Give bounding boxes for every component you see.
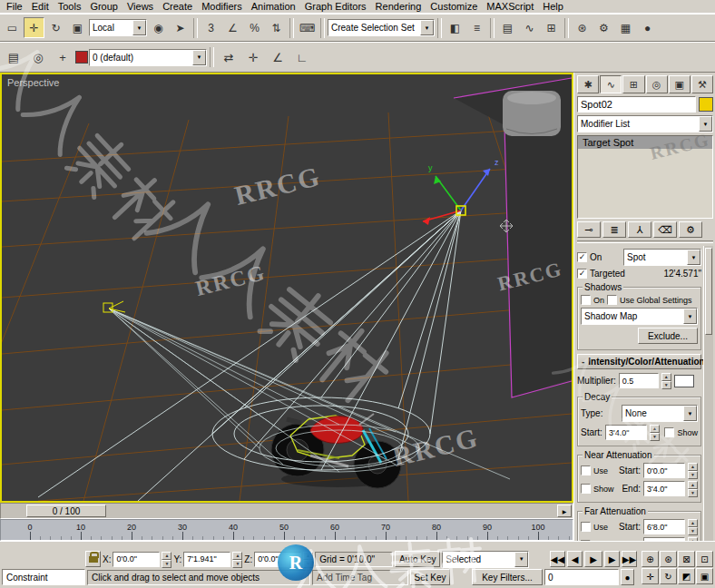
chevron-down-icon[interactable]: ▼	[687, 250, 700, 265]
time-slider[interactable]: 0 / 100 ▶	[0, 503, 573, 519]
multiplier-spinner[interactable]: ▲▼	[661, 373, 671, 388]
angle-constraint-button[interactable]: ∠	[266, 45, 289, 69]
make-unique-button[interactable]: ⅄	[628, 221, 651, 238]
intensity-rollout-header[interactable]: - Intensity/Color/Attenuation	[577, 354, 701, 369]
rendered-frame-window-button[interactable]: ▦	[615, 17, 636, 38]
menu-customize[interactable]: Customize	[426, 0, 482, 13]
menu-tools[interactable]: Tools	[54, 0, 86, 13]
rectangular-selection-region-button[interactable]: ▭	[2, 17, 23, 38]
previous-frame-button[interactable]: ◀	[567, 551, 583, 567]
z-coordinate-field[interactable]: 0'0.0"	[254, 552, 301, 567]
play-button[interactable]: ▶	[584, 551, 602, 567]
modifier-list-dropdown[interactable]: Modifier List ▼	[577, 115, 713, 132]
menu-maxscript[interactable]: MAXScript	[482, 0, 538, 13]
quick-render-button[interactable]: ●	[637, 17, 658, 38]
maxscript-mini-listener[interactable]: Constraint	[2, 569, 85, 585]
chevron-down-icon[interactable]: ▼	[420, 20, 434, 35]
shadow-map-dropdown[interactable]: Shadow Map ▼	[581, 308, 698, 325]
key-filters-button[interactable]: Key Filters...	[472, 569, 543, 585]
decay-show-checkbox[interactable]	[664, 427, 674, 437]
next-frame-button[interactable]: ▶	[604, 551, 620, 567]
layer-color-swatch[interactable]	[75, 51, 88, 64]
use-pivot-center-button[interactable]: ◉	[148, 17, 169, 38]
restrict-plane-button[interactable]: ✛	[241, 45, 265, 69]
select-and-rotate-button[interactable]: ↻	[45, 17, 66, 38]
go-to-end-button[interactable]: ▶▶	[622, 551, 637, 567]
z-spinner[interactable]: ▲▼	[303, 552, 313, 567]
layer-explorer-button[interactable]: ▤	[2, 45, 25, 69]
named-selection-set-field[interactable]: Create Selection Set ▼	[328, 19, 435, 36]
time-slider-thumb[interactable]: 0 / 100	[26, 505, 106, 517]
y-coordinate-field[interactable]: 7'1.941"	[183, 552, 230, 567]
zoom-button[interactable]: ⊕	[642, 551, 659, 567]
selection-filter-dropdown[interactable]: Selected ▼	[442, 551, 529, 568]
chevron-down-icon[interactable]: ▼	[192, 50, 206, 65]
light-type-dropdown[interactable]: Spot ▼	[623, 249, 701, 266]
targeted-checkbox[interactable]: ✓	[577, 269, 587, 279]
zoom-extents-button[interactable]: ⊠	[678, 551, 695, 567]
menu-views[interactable]: Views	[122, 0, 158, 13]
y-spinner[interactable]: ▲▼	[232, 552, 242, 567]
decay-start-spinner[interactable]: ▲▼	[650, 425, 660, 440]
time-slider-next-button[interactable]: ▶	[557, 505, 572, 517]
set-key-button[interactable]: Set Key	[410, 569, 450, 585]
tab-utilities[interactable]: ⚒	[691, 75, 713, 93]
near-end-spinner[interactable]: ▲▼	[688, 481, 698, 496]
tab-modify[interactable]: ∿	[600, 75, 622, 93]
ortho-constraint-button[interactable]: ∟	[290, 45, 314, 69]
render-setup-button[interactable]: ⚙	[593, 17, 614, 38]
panel-scrollbar[interactable]	[703, 246, 713, 541]
menu-create[interactable]: Create	[158, 0, 197, 13]
field-of-view-button[interactable]: ◩	[678, 568, 695, 584]
viewport-label[interactable]: Perspective	[7, 77, 59, 88]
spinner-snap-button[interactable]: ⇅	[266, 17, 287, 38]
tab-create[interactable]: ✱	[577, 75, 599, 93]
percent-snap-button[interactable]: %	[244, 17, 265, 38]
near-show-checkbox[interactable]	[581, 484, 591, 494]
shadows-on-checkbox[interactable]	[581, 295, 591, 305]
x-coordinate-field[interactable]: 0'0.0"	[113, 552, 160, 567]
schematic-view-button[interactable]: ⊞	[541, 17, 562, 38]
modifier-stack[interactable]: Target Spot	[577, 135, 713, 219]
menu-modifiers[interactable]: Modifiers	[197, 0, 247, 13]
chevron-down-icon[interactable]: ▼	[699, 116, 712, 132]
timeline-ruler[interactable]: 0 10 20 30 40 50 60 70 80 90 100	[0, 519, 573, 541]
near-start-field[interactable]: 0'0.0"	[643, 463, 685, 478]
decay-type-dropdown[interactable]: None ▼	[622, 405, 698, 422]
active-layer-dropdown[interactable]: 0 (default) ▼	[89, 49, 207, 66]
key-mode-toggle[interactable]: ●	[621, 569, 634, 585]
object-color-swatch[interactable]	[699, 97, 713, 112]
restrict-x-button[interactable]: ⇄	[217, 45, 240, 69]
modifier-stack-item[interactable]: Target Spot	[578, 136, 712, 149]
selection-lock-toggle[interactable]	[85, 551, 101, 567]
menu-help[interactable]: Help	[538, 0, 568, 13]
layer-visibility-button[interactable]: ◎	[26, 45, 50, 69]
chevron-down-icon[interactable]: ▼	[683, 309, 697, 324]
angle-snap-button[interactable]: ∠	[222, 17, 243, 38]
decay-start-field[interactable]: 3'4.0"	[605, 425, 647, 440]
reference-coordinate-dropdown[interactable]: Local ▼	[89, 19, 147, 36]
maximize-viewport-button[interactable]: ▣	[696, 568, 713, 584]
perspective-viewport[interactable]: Perspective	[0, 73, 573, 503]
zoom-region-button[interactable]: ⊡	[696, 551, 713, 567]
far-use-checkbox[interactable]	[581, 522, 591, 532]
pan-button[interactable]: ✛	[642, 568, 659, 584]
select-and-move-button[interactable]: ✛	[24, 17, 44, 38]
light-color-swatch[interactable]	[674, 375, 694, 387]
zoom-all-button[interactable]: ⊛	[660, 551, 677, 567]
add-time-tag-field[interactable]: Add Time Tag	[312, 570, 408, 585]
menu-file[interactable]: File	[2, 0, 27, 13]
pin-stack-button[interactable]: ⊸	[577, 221, 601, 238]
mirror-button[interactable]: ◧	[445, 17, 465, 38]
select-and-manipulate-button[interactable]: ➤	[170, 17, 191, 38]
show-end-result-button[interactable]: ≣	[602, 221, 626, 238]
curve-editor-button[interactable]: ∿	[519, 17, 540, 38]
chevron-down-icon[interactable]: ▼	[132, 20, 146, 35]
object-name-field[interactable]: Spot02	[577, 96, 696, 113]
go-to-start-button[interactable]: ◀◀	[550, 551, 565, 567]
chevron-down-icon[interactable]: ▼	[514, 552, 528, 567]
keyboard-override-button[interactable]: ⌨	[297, 17, 318, 38]
tab-hierarchy[interactable]: ⊞	[622, 75, 644, 93]
multiplier-field[interactable]: 0.5	[619, 373, 659, 388]
arc-rotate-button[interactable]: ↻	[660, 568, 677, 584]
